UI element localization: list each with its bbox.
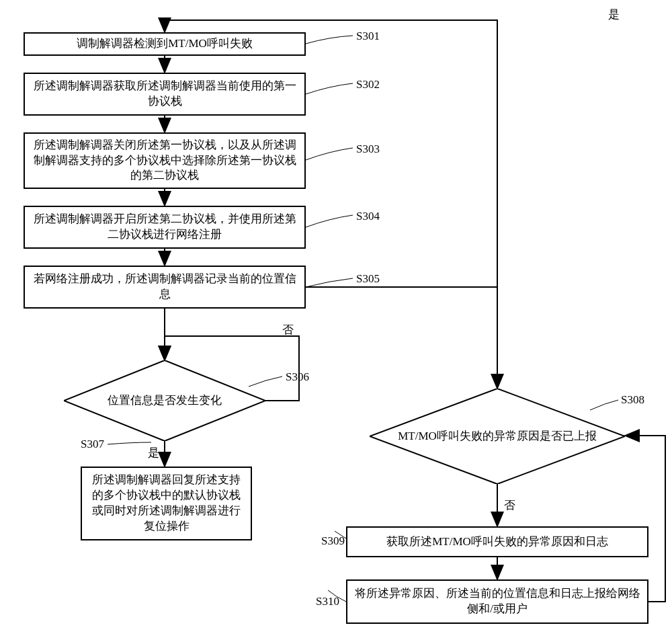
- step-s305: 若网络注册成功，所述调制解调器记录当前的位置信息: [24, 266, 306, 309]
- label-s304: S304: [356, 210, 380, 223]
- label-s310: S310: [316, 595, 339, 608]
- label-s303: S303: [356, 143, 380, 156]
- label-s308: S308: [621, 393, 644, 407]
- no-label-s306: 否: [282, 322, 294, 337]
- step-text: 若网络注册成功，所述调制解调器记录当前的位置信息: [32, 272, 298, 303]
- no-label-s308: 否: [504, 497, 515, 513]
- step-s301: 调制解调器检测到MT/MO呼叫失败: [24, 32, 306, 56]
- label-s306: S306: [286, 370, 309, 384]
- step-text: 获取所述MT/MO呼叫失败的异常原因和日志: [386, 534, 608, 550]
- label-s307: S307: [81, 438, 104, 451]
- step-text: 所述调制解调器获取所述调制解调器当前使用的第一协议栈: [32, 79, 298, 110]
- step-text: 将所述异常原因、所述当前的位置信息和日志上报给网络侧和/或用户: [354, 586, 640, 617]
- label-s302: S302: [356, 78, 380, 91]
- step-s302: 所述调制解调器获取所述调制解调器当前使用的第一协议栈: [24, 73, 306, 116]
- decision-s306-text: 位置信息是否发生变化: [87, 387, 242, 414]
- step-s310: 将所述异常原因、所述当前的位置信息和日志上报给网络侧和/或用户: [346, 579, 648, 624]
- label-s305: S305: [356, 272, 380, 286]
- step-text: 调制解调器检测到MT/MO呼叫失败: [77, 36, 253, 52]
- step-text: 所述调制解调器回复所述支持的多个协议栈中的默认协议栈或同时对所述调制解调器进行复…: [89, 473, 244, 534]
- step-s309: 获取所述MT/MO呼叫失败的异常原因和日志: [346, 526, 648, 557]
- label-s301: S301: [356, 30, 380, 43]
- decision-text: MT/MO呼叫失败的异常原因是否已上报: [398, 429, 597, 444]
- step-text: 所述调制解调器开启所述第二协议栈，并使用所述第二协议栈进行网络注册: [32, 212, 298, 243]
- yes-label-s306: 是: [148, 445, 159, 460]
- decision-text: 位置信息是否发生变化: [108, 393, 222, 408]
- label-s309: S309: [321, 534, 345, 548]
- step-s307: 所述调制解调器回复所述支持的多个协议栈中的默认协议栈或同时对所述调制解调器进行复…: [81, 467, 252, 540]
- step-s304: 所述调制解调器开启所述第二协议栈，并使用所述第二协议栈进行网络注册: [24, 206, 306, 249]
- step-s303: 所述调制解调器关闭所述第一协议栈，以及从所述调制解调器支持的多个协议栈中选择除所…: [24, 132, 306, 189]
- decision-s308-text: MT/MO呼叫失败的异常原因是否已上报: [396, 422, 598, 450]
- step-text: 所述调制解调器关闭所述第一协议栈，以及从所述调制解调器支持的多个协议栈中选择除所…: [32, 138, 298, 184]
- yes-label-s308: 是: [608, 7, 620, 22]
